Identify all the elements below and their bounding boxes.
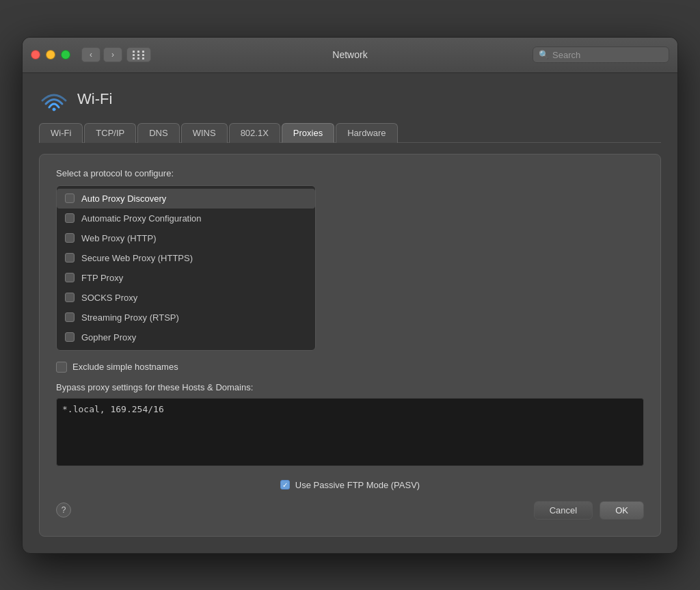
tab-tcpip[interactable]: TCP/IP: [84, 123, 136, 143]
titlebar: ‹ › Network 🔍 Search: [23, 38, 677, 73]
checkbox-socks-proxy[interactable]: [65, 293, 75, 302]
traffic-lights: [31, 50, 70, 59]
svg-point-0: [53, 108, 55, 111]
protocol-item-auto-proxy-discovery[interactable]: Auto Proxy Discovery: [57, 189, 315, 209]
grid-icon: [133, 51, 146, 59]
protocol-label-secure-web-proxy: Secure Web Proxy (HTTPS): [81, 253, 193, 263]
protocol-item-secure-web-proxy[interactable]: Secure Web Proxy (HTTPS): [57, 248, 315, 268]
protocol-list: Auto Proxy Discovery Automatic Proxy Con…: [56, 185, 316, 351]
search-box[interactable]: 🔍 Search: [533, 46, 669, 63]
checkbox-ftp-proxy[interactable]: [65, 273, 75, 282]
protocol-item-web-proxy-http[interactable]: Web Proxy (HTTP): [57, 228, 315, 248]
tab-hardware[interactable]: Hardware: [336, 123, 397, 143]
exclude-hostnames-label: Exclude simple hostnames: [72, 362, 178, 372]
wifi-label: Wi-Fi: [77, 90, 112, 108]
close-button[interactable]: [31, 50, 40, 59]
proxies-panel: Select a protocol to configure: Auto Pro…: [39, 154, 661, 537]
bypass-textarea[interactable]: [56, 398, 644, 466]
search-placeholder: Search: [552, 50, 580, 60]
chevron-left-icon: ‹: [90, 50, 92, 59]
window-title: Network: [332, 49, 367, 60]
chevron-right-icon: ›: [111, 50, 114, 59]
cancel-button[interactable]: Cancel: [534, 501, 593, 520]
checkbox-exclude-hostnames[interactable]: [56, 362, 67, 373]
protocol-label-gopher-proxy: Gopher Proxy: [81, 332, 136, 343]
bottom-bar: ? Cancel OK: [56, 501, 644, 520]
checkmark-icon: ✓: [282, 481, 288, 489]
action-buttons: Cancel OK: [534, 501, 644, 520]
protocol-section-label: Select a protocol to configure:: [56, 168, 644, 178]
tabs-bar: Wi-Fi TCP/IP DNS WINS 802.1X Proxies Har…: [39, 122, 661, 143]
back-button[interactable]: ‹: [81, 47, 100, 62]
forward-button[interactable]: ›: [103, 47, 122, 62]
pasv-row: ✓ Use Passive FTP Mode (PASV): [56, 480, 644, 490]
protocol-label-automatic-proxy-config: Automatic Proxy Configuration: [81, 213, 202, 224]
protocol-label-ftp-proxy: FTP Proxy: [81, 273, 123, 283]
tab-wins[interactable]: WINS: [181, 123, 228, 143]
exclude-hostnames-row: Exclude simple hostnames: [56, 362, 644, 373]
checkbox-streaming-proxy[interactable]: [65, 312, 75, 322]
network-preferences-window: ‹ › Network 🔍 Search: [22, 37, 678, 554]
wifi-header: Wi-Fi: [39, 87, 661, 111]
protocol-item-automatic-proxy-config[interactable]: Automatic Proxy Configuration: [57, 209, 315, 228]
protocol-item-ftp-proxy[interactable]: FTP Proxy: [57, 268, 315, 288]
tab-wifi[interactable]: Wi-Fi: [39, 123, 83, 143]
pasv-label: Use Passive FTP Mode (PASV): [295, 480, 420, 490]
ok-button[interactable]: OK: [600, 501, 644, 520]
tab-proxies[interactable]: Proxies: [282, 123, 334, 143]
checkbox-automatic-proxy-config[interactable]: [65, 213, 75, 223]
checkbox-secure-web-proxy[interactable]: [65, 253, 75, 263]
zoom-button[interactable]: [61, 50, 70, 59]
protocol-label-streaming-proxy: Streaming Proxy (RTSP): [81, 312, 179, 323]
minimize-button[interactable]: [46, 50, 55, 59]
checkbox-auto-proxy-discovery[interactable]: [65, 193, 75, 203]
content-area: Wi-Fi Wi-Fi TCP/IP DNS WINS 802.1X Proxi…: [23, 73, 677, 553]
protocol-label-socks-proxy: SOCKS Proxy: [81, 293, 137, 303]
checkbox-gopher-proxy[interactable]: [65, 332, 75, 342]
protocol-item-gopher-proxy[interactable]: Gopher Proxy: [57, 327, 315, 347]
bypass-label: Bypass proxy settings for these Hosts & …: [56, 382, 644, 392]
checkbox-pasv[interactable]: ✓: [280, 480, 290, 490]
protocol-item-streaming-proxy[interactable]: Streaming Proxy (RTSP): [57, 308, 315, 327]
protocol-label-web-proxy-http: Web Proxy (HTTP): [81, 233, 157, 243]
grid-view-button[interactable]: [126, 47, 151, 62]
wifi-icon: [39, 87, 69, 111]
checkbox-web-proxy-http[interactable]: [65, 233, 75, 243]
tab-8021x[interactable]: 802.1X: [229, 123, 280, 143]
search-icon: 🔍: [539, 50, 549, 59]
nav-buttons: ‹ ›: [81, 47, 122, 62]
tab-dns[interactable]: DNS: [137, 123, 179, 143]
protocol-item-socks-proxy[interactable]: SOCKS Proxy: [57, 288, 315, 308]
help-button[interactable]: ?: [56, 502, 71, 518]
protocol-label-auto-proxy-discovery: Auto Proxy Discovery: [81, 193, 166, 204]
